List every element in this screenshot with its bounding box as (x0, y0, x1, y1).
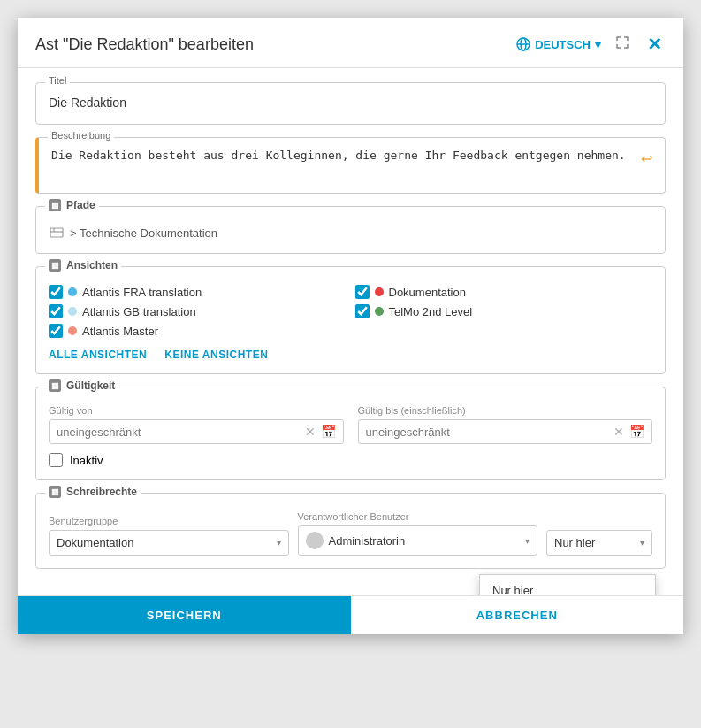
ansicht-item: TelMo 2nd Level (355, 304, 653, 318)
beschreibung-input[interactable] (51, 149, 634, 180)
globe-icon (516, 37, 530, 51)
ansichten-group: ▦ Ansichten Atlantis FRA translation Dok… (35, 266, 666, 374)
benutzergruppe-field: Benutzergruppe Dokumentation ▾ (49, 516, 289, 556)
beschreibung-label: Beschreibung (48, 130, 114, 141)
dot-light-blue (68, 307, 77, 316)
pfade-section-label: ▦ Pfade (45, 199, 99, 211)
alle-ansichten-button[interactable]: ALLE ANSICHTEN (49, 349, 147, 361)
schreibrechte-row: Benutzergruppe Dokumentation ▾ Verantwor… (49, 504, 652, 556)
header-actions: DEUTSCH ▾ ✕ (516, 32, 666, 57)
ansichten-header: ▦ Ansichten (49, 259, 118, 272)
gültig-bis-input[interactable] (366, 425, 614, 439)
ansicht-item: Atlantis GB translation (49, 304, 347, 318)
chevron-down-icon: ▾ (595, 38, 601, 51)
schreibrechte-header: ▦ Schreibrechte (49, 486, 137, 498)
gültigkeit-icon: ▦ (49, 379, 61, 392)
beschreibung-group: Beschreibung ↩ (35, 137, 666, 194)
undo-icon[interactable]: ↩ (641, 150, 652, 167)
expand-button[interactable] (612, 34, 633, 55)
expand-icon (615, 35, 629, 50)
beschreibung-inner: ↩ (51, 149, 652, 180)
ansicht-label-atlantis-gb: Atlantis GB translation (82, 305, 196, 318)
benutzergruppe-label: Benutzergruppe (49, 516, 289, 526)
ansichten-label: Ansichten (66, 259, 118, 272)
clear-bis-icon[interactable]: ✕ (613, 425, 624, 439)
titel-input[interactable] (49, 94, 652, 111)
benutzergruppe-select[interactable]: Dokumentation (57, 536, 281, 549)
scope-field: Nur hier ▾ Nur hier Auf Unteräste anwend… (546, 516, 652, 556)
titel-group: Titel (35, 82, 666, 125)
gültigkeit-row: Gültig von ✕ 📅 Gültig bis (einschließlic… (49, 398, 652, 444)
verantwortlicher-field: Verantwortlicher Benutzer Administratori… (298, 511, 538, 556)
ansicht-checkbox-dokumentation[interactable] (355, 285, 370, 299)
modal-dialog: Ast "Die Redaktion" bearbeiten DEUTSCH ▾ (18, 18, 683, 634)
save-button[interactable]: SPEICHERN (18, 596, 351, 634)
ansichten-grid: Atlantis FRA translation Dokumentation A… (49, 278, 652, 338)
ansichten-actions: ALLE ANSICHTEN KEINE ANSICHTEN (49, 338, 652, 361)
ansicht-label-atlantis-fra: Atlantis FRA translation (82, 286, 202, 299)
gültig-von-input-wrap: ✕ 📅 (49, 419, 344, 444)
path-row: > Technische Dokumentation (49, 218, 652, 241)
gültig-bis-actions: ✕ 📅 (613, 425, 644, 439)
avatar (306, 532, 324, 549)
gültig-bis-input-wrap: ✕ 📅 (358, 419, 653, 444)
scope-select[interactable]: Nur hier (554, 536, 644, 549)
keine-ansichten-button[interactable]: KEINE ANSICHTEN (164, 349, 268, 361)
path-icon (49, 225, 65, 241)
gültigkeit-header: ▦ Gültigkeit (49, 379, 115, 392)
modal-title: Ast "Die Redaktion" bearbeiten (35, 35, 254, 54)
modal-footer: SPEICHERN ABBRECHEN (18, 595, 683, 634)
gültigkeit-section-label: ▦ Gültigkeit (45, 379, 118, 392)
verantwortlicher-select-wrap[interactable]: Administratorin ▾ (298, 525, 538, 556)
verantwortlicher-label: Verantwortlicher Benutzer (298, 511, 538, 522)
ansicht-item: Atlantis FRA translation (49, 285, 347, 299)
gültigkeit-group: ▦ Gültigkeit Gültig von ✕ 📅 Gü (35, 387, 666, 480)
ansicht-label-telmo: TelMo 2nd Level (389, 305, 473, 318)
pfade-header: ▦ Pfade (49, 199, 95, 211)
gültig-bis-field: Gültig bis (einschließlich) ✕ 📅 (358, 405, 653, 444)
scope-select-wrap[interactable]: Nur hier ▾ (546, 530, 652, 556)
language-label: DEUTSCH (535, 38, 591, 51)
ansicht-label-atlantis-master: Atlantis Master (82, 325, 158, 338)
clear-von-icon[interactable]: ✕ (305, 425, 316, 439)
ansicht-item: Dokumentation (355, 285, 653, 299)
ansicht-checkbox-atlantis-fra[interactable] (49, 285, 63, 299)
calendar-bis-icon[interactable]: 📅 (629, 425, 644, 439)
titel-label: Titel (45, 75, 70, 86)
modal-header: Ast "Die Redaktion" bearbeiten DEUTSCH ▾ (18, 18, 683, 68)
gültigkeit-label: Gültigkeit (66, 379, 115, 392)
close-button[interactable]: ✕ (644, 32, 666, 57)
schreibrechte-label: Schreibrechte (66, 486, 137, 498)
dot-green (375, 307, 384, 316)
ansicht-item: Atlantis Master (49, 324, 347, 338)
svg-rect-3 (50, 228, 63, 237)
ansicht-checkbox-atlantis-gb[interactable] (49, 304, 63, 318)
language-button[interactable]: DEUTSCH ▾ (516, 37, 601, 51)
pfade-group: ▦ Pfade > Technische Dokumentation (35, 206, 666, 254)
verantwortlicher-text: Administratorin (329, 534, 521, 548)
gültig-von-actions: ✕ 📅 (305, 425, 336, 439)
close-icon: ✕ (647, 34, 662, 54)
dropdown-item-nur-hier[interactable]: Nur hier (480, 575, 655, 595)
ansichten-icon: ▦ (49, 259, 61, 272)
inaktiv-row: Inaktiv (49, 444, 652, 467)
pfade-icon: ▦ (49, 199, 61, 211)
benutzergruppe-select-wrap[interactable]: Dokumentation ▾ (49, 530, 289, 556)
cancel-button[interactable]: ABBRECHEN (351, 596, 684, 634)
gültig-von-input[interactable] (57, 425, 305, 439)
ansicht-checkbox-telmo[interactable] (355, 304, 370, 318)
gültig-von-field: Gültig von ✕ 📅 (49, 405, 344, 444)
verantwortlicher-arrow: ▾ (525, 536, 530, 546)
calendar-von-icon[interactable]: 📅 (321, 425, 336, 439)
gültig-bis-label: Gültig bis (einschließlich) (358, 405, 653, 416)
schreibrechte-section-label: ▦ Schreibrechte (45, 486, 141, 498)
ansicht-checkbox-atlantis-master[interactable] (49, 324, 63, 338)
dot-salmon (68, 326, 77, 335)
inaktiv-checkbox[interactable] (49, 453, 63, 467)
inaktiv-label: Inaktiv (70, 454, 103, 467)
ansichten-section-label: ▦ Ansichten (45, 259, 121, 272)
scope-dropdown: Nur hier Auf Unteräste anwenden Auf alle… (479, 574, 656, 595)
ansicht-label-dokumentation: Dokumentation (389, 286, 466, 299)
modal-body: Titel Beschreibung ↩ ▦ Pfade (18, 68, 683, 595)
pfade-label: Pfade (66, 199, 95, 211)
